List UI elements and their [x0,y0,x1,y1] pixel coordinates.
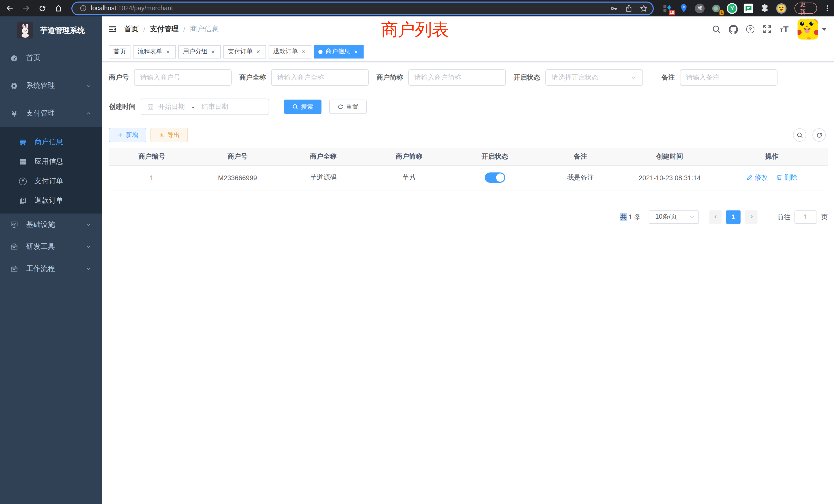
tab-refund-order[interactable]: 退款订单 [269,45,311,58]
sidebar-fold-icon[interactable] [108,25,117,34]
cell-remark: 我是备注 [538,165,623,190]
plus-icon [117,132,123,138]
short-name-input[interactable]: 请输入商户简称 [408,69,506,86]
start-date-placeholder: 开始日期 [158,102,185,111]
remark-input[interactable]: 请输入备注 [680,69,777,86]
tab-process-form[interactable]: 流程表单 [133,45,176,58]
search-button[interactable]: 搜索 [284,99,322,114]
fullscreen-icon[interactable] [763,25,772,34]
grid-table-icon [19,158,27,165]
close-icon[interactable] [165,48,171,55]
pagination: 共 1 条 10条/页 1 前往 1 页 [109,210,828,224]
share-icon[interactable] [625,4,633,12]
refresh-table-button[interactable] [812,128,826,142]
url-bar[interactable]: localhost:1024/pay/merchant [71,1,654,15]
reset-button[interactable]: 重置 [329,99,367,114]
github-icon[interactable] [729,25,738,34]
browser-menu-icon[interactable] [824,4,831,12]
sidebar-logo[interactable]: 芋道管理系统 [0,17,102,39]
sidebar-item-label: 首页 [26,53,41,63]
browser-update-button[interactable]: 更新 [794,3,817,14]
export-button[interactable]: 导出 [151,128,188,142]
pagination-total: 共 1 条 [620,212,641,222]
page-info-icon[interactable] [80,5,87,12]
browser-home-button[interactable] [52,2,65,15]
url-path: :1024/pay/merchant [116,5,173,12]
browser-extensions-puzzle-icon[interactable] [760,3,770,14]
sidebar-item-payment[interactable]: ￥ 支付管理 [0,99,102,127]
close-icon[interactable] [301,48,307,55]
tab-pay-order[interactable]: 支付订单 [223,45,266,58]
close-icon[interactable] [353,48,359,55]
sidebar-item-refund-order[interactable]: 退款订单 [0,191,102,210]
goto-label: 前往 [777,212,790,222]
full-name-label: 商户全称 [239,73,266,82]
sidebar-item-infrastructure[interactable]: 基础设施 [0,213,102,235]
next-page-button[interactable] [745,210,758,224]
chevron-left-icon [712,214,718,220]
extension-y-icon[interactable]: Y [727,3,738,14]
status-select[interactable]: 请选择开启状态 [545,69,643,86]
breadcrumb-separator: / [183,25,185,33]
yen-icon: ￥ [10,110,18,117]
tab-merchant-info[interactable]: 商户信息 [314,45,364,58]
page-number-current[interactable]: 1 [726,210,741,224]
search-form-row-2: 创建时间 开始日期 - 结束日期 搜索 [109,98,828,115]
table-toolbar: 新增 导出 [109,128,828,142]
add-button[interactable]: 新增 [109,128,146,142]
browser-forward-button[interactable] [20,2,33,15]
toggle-knob [496,174,504,182]
extension-tabs-icon[interactable]: 10 [662,3,673,14]
breadcrumb: 首页 / 支付管理 / 商户信息 [124,25,219,34]
close-icon[interactable] [210,48,216,55]
status-toggle[interactable] [485,173,505,183]
browser-profile-avatar[interactable] [776,3,787,14]
create-time-range-picker[interactable]: 开始日期 - 结束日期 [141,98,269,115]
sidebar-item-label: 基础设施 [26,220,55,229]
full-name-input[interactable]: 请输入商户全称 [271,69,369,86]
extension-command-icon[interactable]: ⌘ [695,3,705,14]
page-size-select[interactable]: 10条/页 [649,210,699,224]
trash-icon [776,174,783,181]
breadcrumb-separator: / [143,25,145,33]
sidebar-item-pay-order[interactable]: ￥ 支付订单 [0,171,102,191]
merchant-no-input[interactable]: 请输入商户号 [134,69,232,86]
goto-page-input[interactable]: 1 [794,210,817,224]
sidebar-item-app-info[interactable]: 应用信息 [0,152,102,171]
tab-user-group[interactable]: 用户分组 [178,45,221,58]
font-size-icon[interactable]: TT [780,25,789,34]
edit-link[interactable]: 修改 [746,173,768,182]
user-avatar-menu[interactable] [797,19,827,40]
search-form-row-1: 商户号 请输入商户号 商户全称 请输入商户全称 商户简称 请输入商户简称 开启状… [109,69,828,86]
app-title: 芋道管理系统 [40,25,85,35]
password-key-icon[interactable] [610,4,618,12]
prev-page-button[interactable] [709,210,722,224]
search-icon [292,104,299,110]
breadcrumb-home[interactable]: 首页 [124,25,139,34]
browser-back-button[interactable] [3,2,17,15]
active-tab-dot [319,49,323,54]
sidebar-item-merchant-info[interactable]: 商户信息 [0,132,102,152]
extension-pin-icon[interactable] [678,3,689,14]
help-icon[interactable]: ? [746,25,755,34]
refresh-icon [816,132,822,138]
dashboard-icon [10,54,18,62]
sidebar-item-label: 商户信息 [35,138,63,147]
extension-recorder-icon[interactable]: 1 [711,3,721,14]
browser-reload-button[interactable] [36,2,49,15]
search-icon[interactable] [712,25,721,34]
pagination-jumper: 前往 1 页 [777,210,828,224]
sidebar-item-home[interactable]: 首页 [0,44,102,72]
breadcrumb-payment[interactable]: 支付管理 [150,25,179,34]
tab-home[interactable]: 首页 [109,45,130,58]
close-icon[interactable] [255,48,261,55]
sidebar-item-dev-tools[interactable]: 研发工具 [0,235,102,258]
sidebar-item-system[interactable]: 系统管理 [0,72,102,99]
chevron-down-icon [86,266,91,272]
toggle-search-button[interactable] [793,128,806,142]
bookmark-star-icon[interactable] [640,4,648,12]
sidebar-item-workflow[interactable]: 工作流程 [0,258,102,280]
yen-circle-icon: ￥ [19,177,27,185]
delete-link[interactable]: 删除 [776,173,797,182]
extension-chat-icon[interactable] [743,3,754,14]
